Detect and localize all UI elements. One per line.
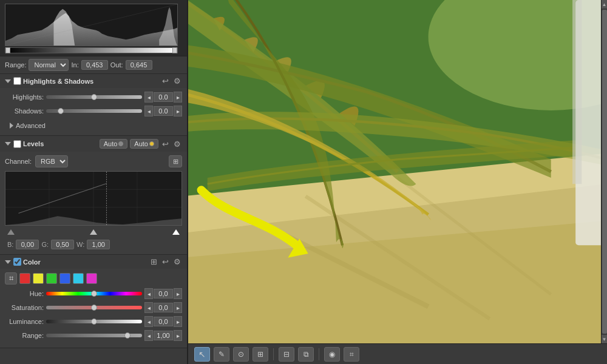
saturation-track[interactable] (46, 306, 142, 309)
right-scrollbar[interactable]: ▲ ▼ (601, 0, 607, 343)
target-button[interactable]: ⊞ (169, 155, 182, 167)
levels-body: Channel: RGB ⊞ (0, 152, 187, 254)
palm-svg-overlay (188, 0, 601, 343)
highlights-shadows-header[interactable]: Highlights & Shadows ↩ ⚙ (0, 74, 187, 88)
shadows-increment[interactable]: ▸ (174, 106, 182, 116)
color-title: Color (23, 258, 41, 266)
stamp-tool-btn[interactable]: ⊙ (233, 347, 249, 362)
visibility-tool-btn[interactable]: ◉ (324, 347, 340, 362)
histogram-range-track[interactable] (5, 47, 178, 53)
swatch-yellow[interactable] (33, 273, 44, 284)
highlights-label: Highlights: (5, 93, 44, 101)
hue-thumb[interactable] (91, 291, 97, 297)
swatch-blue[interactable] (59, 273, 70, 284)
levels-white-handle[interactable] (172, 229, 180, 235)
eyedropper-tool-btn[interactable]: ⌗ (344, 347, 359, 362)
color-checkbox-label[interactable]: Color (13, 258, 41, 266)
color-checkbox[interactable] (13, 258, 21, 266)
levels-auto1-btn[interactable]: Auto (100, 139, 128, 149)
scroll-down-arrow[interactable]: ▼ (602, 335, 608, 343)
luminance-num-control: ◂ 0,0 ▸ (144, 316, 182, 327)
highlights-decrement[interactable]: ◂ (144, 92, 153, 103)
saturation-increment[interactable]: ▸ (174, 302, 182, 313)
color-range-track[interactable] (46, 334, 142, 337)
highlights-checkbox-label[interactable]: Highlights & Shadows (13, 77, 93, 85)
histogram-slider[interactable] (5, 47, 178, 53)
histogram-white-handle[interactable] (172, 47, 177, 53)
svg-marker-1 (53, 9, 75, 46)
luminance-thumb[interactable] (91, 318, 97, 325)
saturation-thumb[interactable] (91, 305, 97, 311)
color-grid-btn[interactable]: ⊞ (149, 258, 158, 266)
gray-point-value[interactable] (51, 240, 74, 249)
histogram-black-handle[interactable] (5, 47, 10, 53)
swatch-green[interactable] (46, 273, 57, 284)
luminance-track[interactable] (46, 320, 142, 323)
color-range-increment[interactable]: ▸ (174, 330, 182, 341)
swatch-cyan[interactable] (73, 273, 84, 284)
hue-track[interactable] (46, 292, 142, 295)
levels-settings-btn[interactable]: ⚙ (172, 140, 182, 148)
levels-checkbox-label[interactable]: Levels (13, 140, 44, 148)
color-header[interactable]: Color ⊞ ↩ ⚙ (0, 255, 187, 269)
hue-num-control: ◂ 0,0 ▸ (144, 288, 182, 299)
highlights-settings-btn[interactable]: ⚙ (172, 77, 182, 85)
svg-rect-22 (572, 0, 582, 184)
levels-auto2-btn[interactable]: Auto (130, 139, 158, 149)
histogram-canvas (5, 4, 178, 46)
white-point-label: W: (76, 241, 84, 248)
black-point-value[interactable] (16, 240, 39, 249)
levels-mid-handle[interactable] (90, 229, 97, 235)
bottom-toolbar: ↖ ✎ ⊙ ⊞ ⊟ ⧉ ◉ ⌗ (188, 343, 607, 364)
hue-decrement[interactable]: ◂ (144, 288, 153, 299)
scroll-thumb[interactable] (602, 10, 607, 334)
highlights-thumb[interactable] (91, 94, 97, 100)
highlights-track[interactable] (46, 95, 142, 99)
hue-increment[interactable]: ▸ (174, 288, 182, 299)
brush-tool-btn[interactable]: ✎ (214, 347, 229, 362)
color-settings-btn[interactable]: ⚙ (172, 258, 182, 266)
shadows-row: Shadows: ◂ 0.0 ▸ (5, 106, 182, 116)
highlights-value[interactable]: 0.0 (154, 92, 173, 102)
levels-black-handle[interactable] (7, 229, 15, 235)
swatch-magenta[interactable] (86, 273, 97, 284)
luminance-decrement[interactable]: ◂ (144, 316, 153, 327)
eyedropper-button[interactable]: ⌗ (5, 272, 17, 285)
out-value[interactable] (126, 60, 152, 70)
hue-value[interactable]: 0,0 (154, 289, 173, 298)
saturation-num-control: ◂ 0,0 ▸ (144, 302, 182, 313)
color-range-thumb[interactable] (124, 332, 131, 339)
white-point-value[interactable] (87, 240, 110, 249)
highlights-checkbox[interactable] (13, 77, 21, 85)
luminance-increment[interactable]: ▸ (174, 316, 182, 327)
luminance-label: Luminance: (5, 318, 44, 325)
shadows-thumb[interactable] (58, 108, 64, 114)
advanced-row[interactable]: Advanced (5, 120, 182, 132)
in-value[interactable] (81, 60, 108, 70)
hue-row: Hue: ◂ 0,0 ▸ (5, 288, 182, 299)
luminance-value[interactable]: 0,0 (154, 317, 173, 326)
select-tool-btn[interactable]: ↖ (194, 347, 210, 362)
transform-tool-btn[interactable]: ⧉ (298, 347, 314, 362)
levels-reset-btn[interactable]: ↩ (161, 140, 170, 148)
shadows-decrement[interactable]: ◂ (144, 106, 153, 116)
highlights-reset-btn[interactable]: ↩ (161, 77, 170, 85)
scroll-up-arrow[interactable]: ▲ (602, 0, 608, 8)
color-range-decrement[interactable]: ◂ (144, 330, 153, 341)
levels-header[interactable]: Levels Auto Auto ↩ ⚙ (0, 136, 187, 152)
shadows-track[interactable] (46, 109, 142, 113)
shadows-value[interactable]: 0.0 (154, 106, 173, 116)
saturation-label: Saturation: (5, 304, 44, 311)
saturation-decrement[interactable]: ◂ (144, 302, 153, 313)
crop-tool-btn[interactable]: ⊟ (279, 347, 294, 362)
saturation-value[interactable]: 0,0 (154, 303, 173, 312)
levels-checkbox[interactable] (13, 140, 21, 148)
range-select[interactable]: Normal (29, 59, 69, 71)
swatch-red[interactable] (19, 273, 30, 284)
channel-select[interactable]: RGB (35, 155, 68, 167)
color-range-value[interactable]: 1,00 (154, 331, 173, 340)
history-tool-btn[interactable]: ⊞ (253, 347, 268, 362)
gray-point-label: G: (41, 241, 49, 248)
color-reset-btn[interactable]: ↩ (161, 258, 170, 266)
highlights-increment[interactable]: ▸ (174, 92, 182, 103)
